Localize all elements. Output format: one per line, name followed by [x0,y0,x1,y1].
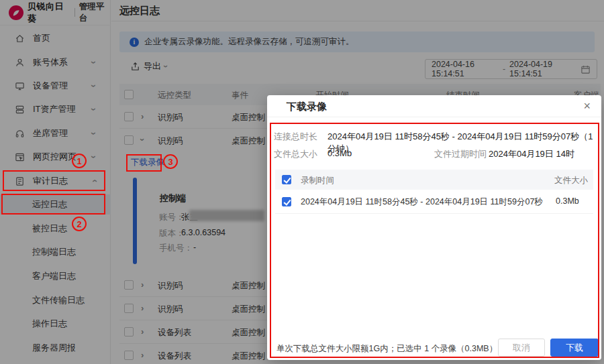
col-recording-time: 录制时间 [301,175,334,186]
total-size-label: 文件总大小 [274,148,317,160]
download-button[interactable]: 下载 [550,339,599,357]
recording-time: 2024年04月19日 11时58分45秒 - 2024年04月19日 11时5… [301,196,543,208]
select-all-recordings-checkbox[interactable] [282,175,291,184]
modal-title: 下载录像 [287,101,327,113]
download-recording-modal: 下载录像 × 连接总时长 2024年04月19日 11时58分45秒 - 202… [267,95,601,360]
expire-value: 2024年04月19日 14时 [489,148,574,160]
col-file-size: 文件大小 [554,175,588,186]
duration-label: 连接总时长 [274,131,317,143]
recording-checkbox[interactable] [282,197,291,206]
download-limit-note: 单次下载总文件大小限额1G内；已选中 1 个录像（0.3MB） [276,343,497,355]
close-icon[interactable]: × [583,98,591,114]
total-size-value: 0.3Mb [328,148,352,158]
expire-label: 文件过期时间 [434,148,487,160]
cancel-button[interactable]: 取消 [498,339,545,357]
recording-row[interactable]: 2024年04月19日 11时58分45秒 - 2024年04月19日 11时5… [275,190,593,214]
recording-table-header: 录制时间 文件大小 [275,170,593,190]
recording-size: 0.3Mb [556,196,579,206]
modal-header: 下载录像 × [267,95,601,117]
